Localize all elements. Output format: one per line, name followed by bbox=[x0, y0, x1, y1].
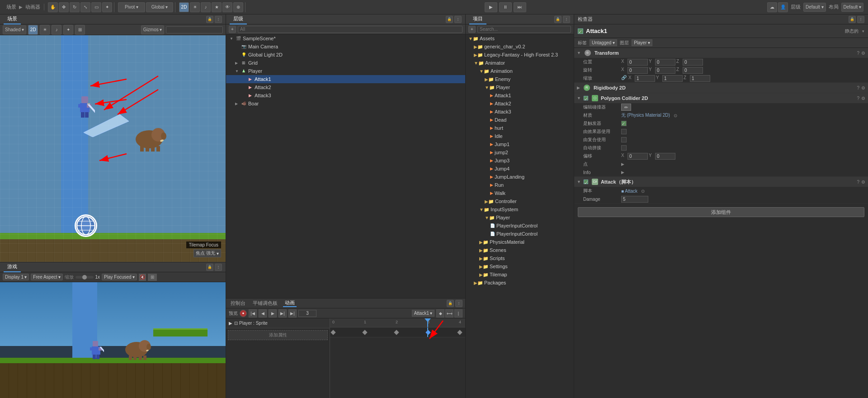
asset-folder-player-anim[interactable]: ▼📁 Player bbox=[466, 83, 574, 91]
timeline-track-sprite[interactable]: ▶ ⊡ Player : Sprite bbox=[226, 318, 330, 328]
asset-file-walk[interactable]: ▶ Walk bbox=[466, 189, 574, 197]
rot-z[interactable] bbox=[683, 67, 703, 74]
rot-x[interactable] bbox=[627, 67, 648, 74]
tl-to-start-btn[interactable]: |◀ bbox=[249, 309, 257, 317]
obj-enable-checkbox[interactable]: ✓ bbox=[578, 28, 583, 34]
asset-folder-tilemap[interactable]: ▶📁 Tilemap bbox=[466, 270, 574, 279]
tab-console[interactable]: 控制台 bbox=[229, 300, 247, 307]
pos-y[interactable] bbox=[655, 59, 675, 66]
effector-checkbox[interactable] bbox=[621, 129, 627, 134]
hierarchy-item-camera[interactable]: 📷 Main Camera bbox=[226, 43, 465, 51]
scene-grid-toggle[interactable]: ⊞ bbox=[75, 25, 85, 35]
2d-btn[interactable]: 2D bbox=[179, 2, 189, 12]
trigger-checkbox[interactable]: ✓ bbox=[621, 121, 627, 126]
hierarchy-item-boar[interactable]: ▶ 🐗 Boar bbox=[226, 100, 465, 108]
kf-3[interactable] bbox=[425, 330, 430, 335]
play-focused-dropdown[interactable]: Play Focused ▾ bbox=[102, 274, 137, 280]
tab-hierarchy[interactable]: 层级 bbox=[230, 14, 247, 24]
scene-light-toggle[interactable]: ☀ bbox=[40, 25, 50, 35]
scale-y[interactable] bbox=[662, 75, 683, 82]
tl-play-btn[interactable]: ▶ bbox=[269, 309, 277, 317]
attack-settings-btn[interactable]: ⚙ bbox=[861, 180, 865, 185]
kf-2[interactable] bbox=[394, 330, 399, 335]
zoom-slider[interactable] bbox=[75, 276, 94, 279]
tab-assets[interactable]: 项目 bbox=[469, 14, 486, 24]
asset-folder-player-input[interactable]: ▼📁 Player bbox=[466, 213, 574, 222]
attack-header[interactable]: ▼ ✓ C# Attack（脚本） ? ⚙ bbox=[574, 177, 868, 187]
kf-0[interactable] bbox=[330, 330, 335, 335]
kf-1[interactable] bbox=[362, 330, 367, 335]
kf-4[interactable] bbox=[457, 330, 462, 335]
attack-info-btn[interactable]: ? bbox=[857, 180, 859, 185]
component-transform-header[interactable]: ▼ ⊕ Transform ? ⚙ bbox=[574, 48, 868, 58]
asset-file-idle[interactable]: ▶ Idle bbox=[466, 132, 574, 140]
display-dropdown[interactable]: Display 1 ▾ bbox=[3, 274, 29, 280]
scale-x[interactable] bbox=[635, 75, 655, 82]
scale-z[interactable] bbox=[690, 75, 710, 82]
tab-game[interactable]: 游戏 bbox=[4, 262, 21, 272]
asset-folder-generic[interactable]: ▶📁 generic_char_v0.2 bbox=[466, 43, 574, 51]
offset-x[interactable] bbox=[627, 153, 648, 160]
scene-audio-toggle[interactable]: ♪ bbox=[52, 25, 61, 35]
focus-dropdown[interactable]: 焦点 强无▾ bbox=[193, 249, 221, 257]
move-tool-btn[interactable]: ✥ bbox=[59, 2, 69, 12]
material-pick-btn[interactable]: ⊙ bbox=[674, 113, 677, 118]
hierarchy-item-player[interactable]: ▼ ♟ Player bbox=[226, 67, 465, 75]
account-btn[interactable]: 👤 bbox=[778, 2, 788, 12]
asset-file-jumplanding[interactable]: ▶ JumpLanding bbox=[466, 173, 574, 181]
asset-file-jump4[interactable]: ▶ Jump4 bbox=[466, 165, 574, 173]
record-btn[interactable]: ● bbox=[240, 310, 247, 317]
asset-folder-controller[interactable]: ▶📁 Controller bbox=[466, 197, 574, 205]
hierarchy-lock-btn[interactable]: 🔒 bbox=[446, 16, 453, 23]
asset-folder-inputsystem[interactable]: ▼📁 InputSystem bbox=[466, 205, 574, 213]
scene-fx-toggle[interactable]: ✦ bbox=[63, 25, 73, 35]
asset-folder-animation[interactable]: ▼📁 Animation bbox=[466, 67, 574, 75]
transform-info-btn[interactable]: ? bbox=[857, 51, 859, 56]
rigidbody-info-btn[interactable]: ? bbox=[857, 85, 859, 90]
asset-folder-assets[interactable]: ▼📁 Assets bbox=[466, 34, 574, 43]
inspector-menu-btn[interactable]: ⋮ bbox=[857, 16, 864, 23]
asset-folder-legacy[interactable]: ▶📁 Legacy-Fantasy - High Forest 2.3 bbox=[466, 51, 574, 59]
tab-scene[interactable]: 场景 bbox=[4, 14, 21, 24]
play-btn[interactable]: ▶ bbox=[485, 2, 497, 12]
scale-tool-btn[interactable]: ⤡ bbox=[80, 2, 90, 12]
tag-dropdown[interactable]: Untagged ▾ bbox=[590, 39, 617, 46]
composite-checkbox[interactable] bbox=[621, 137, 627, 142]
layout-dropdown[interactable]: Default ▾ bbox=[841, 3, 863, 12]
animation-selector[interactable]: Attack1 ▾ bbox=[412, 310, 434, 317]
tab-tile-palette[interactable]: 平铺调色板 bbox=[251, 300, 279, 307]
collider-header[interactable]: ▼ ✓ ⬡ Polygon Collider 2D ? ⚙ bbox=[574, 93, 868, 103]
transform-settings-btn[interactable]: ⚙ bbox=[861, 51, 865, 56]
asset-file-dead[interactable]: ▶ Dead bbox=[466, 116, 574, 124]
scene-lock-btn[interactable]: 🔒 bbox=[206, 16, 213, 23]
damage-input[interactable] bbox=[621, 196, 648, 203]
asset-file-run[interactable]: ▶ Run bbox=[466, 181, 574, 189]
collab-btn[interactable]: ☁ bbox=[767, 2, 777, 12]
game-menu-btn[interactable]: ⋮ bbox=[215, 264, 222, 271]
rotate-tool-btn[interactable]: ↻ bbox=[70, 2, 80, 12]
transform-tool-btn[interactable]: ✦ bbox=[102, 2, 112, 12]
asset-folder-animator[interactable]: ▼📁 Animator bbox=[466, 59, 574, 67]
game-lock-btn[interactable]: 🔒 bbox=[206, 264, 213, 271]
add-property-btn[interactable]: 添加属性 bbox=[228, 330, 328, 340]
rigidbody-header[interactable]: ▶ R Rigidbody 2D ? ⚙ bbox=[574, 83, 868, 93]
asset-file-attack1[interactable]: ▶ Attack1 bbox=[466, 91, 574, 100]
step-btn[interactable]: ⏭ bbox=[514, 2, 526, 12]
tab-animation[interactable]: 动画 bbox=[283, 299, 297, 307]
scene-2d-btn[interactable]: 2D bbox=[28, 25, 38, 35]
timeline-menu-btn[interactable]: ⋮ bbox=[455, 300, 462, 307]
aspect-dropdown[interactable]: Free Aspect ▾ bbox=[31, 274, 62, 280]
gizmo-btn[interactable]: ⊕ bbox=[233, 2, 243, 12]
collider-enable-checkbox[interactable]: ✓ bbox=[584, 96, 588, 100]
light-btn[interactable]: ☀ bbox=[190, 2, 200, 12]
tl-prev-frame-btn[interactable]: ◀ bbox=[259, 309, 267, 317]
inspector-lock-btn[interactable]: 🔒 bbox=[849, 16, 856, 23]
mute-btn[interactable]: 🔇 bbox=[139, 274, 146, 281]
tl-to-end-btn[interactable]: ▶| bbox=[288, 309, 297, 317]
script-pick-btn[interactable]: ⊙ bbox=[641, 189, 645, 194]
pause-btn[interactable]: ⏸ bbox=[499, 2, 512, 12]
asset-file-jump2[interactable]: ▶ jump2 bbox=[466, 148, 574, 156]
asset-folder-scripts[interactable]: ▶📁 Scripts bbox=[466, 254, 574, 262]
layer-dropdown[interactable]: Player ▾ bbox=[632, 39, 652, 46]
hierarchy-item-attack3[interactable]: ▶ Attack3 bbox=[226, 91, 465, 100]
